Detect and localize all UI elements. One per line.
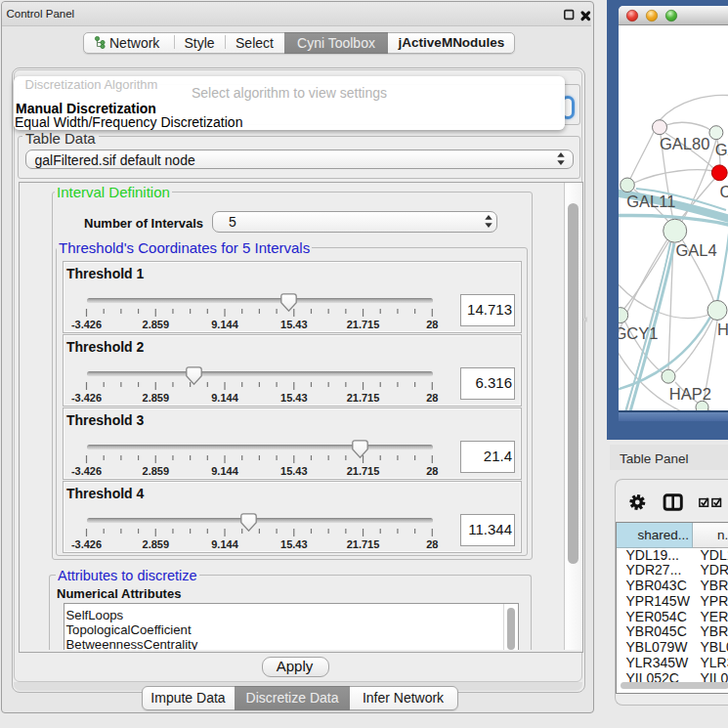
svg-text:C: C (719, 183, 728, 200)
svg-text:HAP2: HAP2 (669, 385, 711, 403)
svg-text:GCY1: GCY1 (619, 324, 658, 342)
svg-text:GA: GA (715, 141, 728, 158)
svg-text:GAL11: GAL11 (626, 193, 675, 210)
svg-text:GAL80: GAL80 (660, 135, 709, 152)
svg-text:GAL4: GAL4 (676, 241, 717, 259)
svg-text:H: H (717, 321, 728, 338)
